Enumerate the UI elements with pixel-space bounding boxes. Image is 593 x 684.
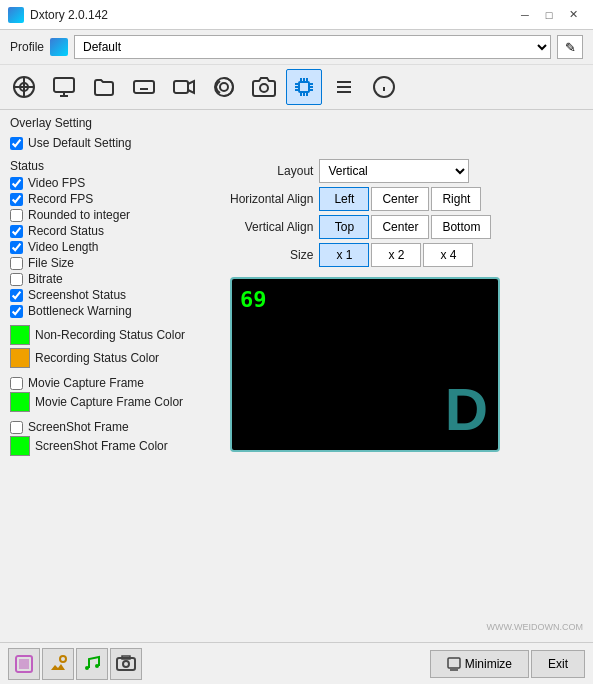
screenshot-frame-color-row: ScreenShot Frame Color xyxy=(10,436,220,456)
bottleneck-check[interactable] xyxy=(10,305,23,318)
non-recording-color-row: Non-Recording Status Color xyxy=(10,325,220,345)
record-fps-check[interactable] xyxy=(10,193,23,206)
minimize-icon xyxy=(447,657,461,671)
file-size-check[interactable] xyxy=(10,257,23,270)
file-size-row: File Size xyxy=(10,256,220,270)
edit-profile-button[interactable]: ✎ xyxy=(557,35,583,59)
left-panel: Status Video FPS Record FPS Rounded to i… xyxy=(10,159,220,458)
camera-bottom-icon[interactable] xyxy=(110,648,142,680)
right-panel: Layout Vertical Horizontal Horizontal Al… xyxy=(230,159,583,458)
rounded-check[interactable] xyxy=(10,209,23,222)
profile-icon xyxy=(50,38,68,56)
record-status-check[interactable] xyxy=(10,225,23,238)
size-x4-btn[interactable]: x 4 xyxy=(423,243,473,267)
non-recording-color-label: Non-Recording Status Color xyxy=(35,328,185,342)
svg-point-15 xyxy=(220,83,228,91)
movie-frame-color-box[interactable] xyxy=(10,392,30,412)
svg-rect-41 xyxy=(117,658,135,670)
profile-label: Profile xyxy=(10,40,44,54)
bitrate-label: Bitrate xyxy=(28,272,63,286)
capture-bottom-icon[interactable] xyxy=(42,648,74,680)
svg-rect-7 xyxy=(134,81,154,93)
v-align-bottom-btn[interactable]: Bottom xyxy=(431,215,491,239)
svg-rect-37 xyxy=(19,659,29,669)
profile-row: Profile Default ✎ xyxy=(0,30,593,65)
exit-button[interactable]: Exit xyxy=(531,650,585,678)
minimize-button-bottom[interactable]: Minimize xyxy=(430,650,529,678)
record-status-row: Record Status xyxy=(10,224,220,238)
record-status-label: Record Status xyxy=(28,224,104,238)
non-recording-color-box[interactable] xyxy=(10,325,30,345)
keyboard-icon[interactable] xyxy=(126,69,162,105)
profile-select[interactable]: Default xyxy=(74,35,551,59)
screenshot-frame-row: ScreenShot Frame xyxy=(10,420,220,434)
use-default-checkbox[interactable] xyxy=(10,137,23,150)
bitrate-row: Bitrate xyxy=(10,272,220,286)
status-section-label: Status xyxy=(10,159,220,173)
close-button[interactable]: ✕ xyxy=(561,5,585,25)
preview-watermark: D xyxy=(445,380,488,440)
screenshot-check[interactable] xyxy=(10,289,23,302)
bottleneck-row: Bottleneck Warning xyxy=(10,304,220,318)
recording-color-box[interactable] xyxy=(10,348,30,368)
watermark-letter: D xyxy=(445,376,488,443)
svg-rect-13 xyxy=(174,81,188,93)
record-fps-label: Record FPS xyxy=(28,192,93,206)
h-align-label: Horizontal Align xyxy=(230,192,313,206)
minimize-button[interactable]: ─ xyxy=(513,5,537,25)
overlay-bottom-icon[interactable] xyxy=(8,648,40,680)
video-icon[interactable] xyxy=(166,69,202,105)
screenshot-frame-check[interactable] xyxy=(10,421,23,434)
video-fps-row: Video FPS xyxy=(10,176,220,190)
h-align-right-btn[interactable]: Right xyxy=(431,187,481,211)
display-icon[interactable] xyxy=(46,69,82,105)
rounded-row: Rounded to integer xyxy=(10,208,220,222)
svg-point-38 xyxy=(60,656,66,662)
movie-color-row: Movie Capture Frame Color xyxy=(10,392,220,412)
svg-rect-4 xyxy=(54,78,74,92)
svg-rect-44 xyxy=(448,658,460,668)
v-align-top-btn[interactable]: Top xyxy=(319,215,369,239)
svg-point-39 xyxy=(85,666,89,670)
h-align-left-btn[interactable]: Left xyxy=(319,187,369,211)
video-length-check[interactable] xyxy=(10,241,23,254)
layout-control: Vertical Horizontal xyxy=(319,159,583,183)
preview-box: 69 D xyxy=(230,277,500,452)
video-fps-label: Video FPS xyxy=(28,176,85,190)
size-control: x 1 x 2 x 4 xyxy=(319,243,583,267)
overlay-icon[interactable] xyxy=(6,69,42,105)
bitrate-check[interactable] xyxy=(10,273,23,286)
restore-button[interactable]: □ xyxy=(537,5,561,25)
video-fps-check[interactable] xyxy=(10,177,23,190)
bottom-toolbar: Minimize Exit xyxy=(0,642,593,684)
screenshot-frame-label: ScreenShot Frame xyxy=(28,420,129,434)
content-area: Status Video FPS Record FPS Rounded to i… xyxy=(10,159,583,458)
size-x1-btn[interactable]: x 1 xyxy=(319,243,369,267)
toolbar xyxy=(0,65,593,110)
camera-icon[interactable] xyxy=(246,69,282,105)
music-bottom-icon[interactable] xyxy=(76,648,108,680)
audio-icon[interactable] xyxy=(206,69,242,105)
chip-icon[interactable] xyxy=(286,69,322,105)
info-icon[interactable] xyxy=(366,69,402,105)
exit-label: Exit xyxy=(548,657,568,671)
tools-icon[interactable] xyxy=(326,69,362,105)
size-label: Size xyxy=(230,248,313,262)
layout-select[interactable]: Vertical Horizontal xyxy=(319,159,469,183)
size-x2-btn[interactable]: x 2 xyxy=(371,243,421,267)
overlay-section-title: Overlay Setting xyxy=(10,116,583,130)
h-align-center-btn[interactable]: Center xyxy=(371,187,429,211)
folder-icon[interactable] xyxy=(86,69,122,105)
file-size-label: File Size xyxy=(28,256,74,270)
v-align-center-btn[interactable]: Center xyxy=(371,215,429,239)
layout-label: Layout xyxy=(230,164,313,178)
site-watermark: WWW.WEIDOWN.COM xyxy=(487,622,583,632)
bottleneck-label: Bottleneck Warning xyxy=(28,304,132,318)
screenshot-frame-color-box[interactable] xyxy=(10,436,30,456)
movie-frame-check[interactable] xyxy=(10,377,23,390)
minimize-label: Minimize xyxy=(465,657,512,671)
h-align-control: Left Center Right xyxy=(319,187,583,211)
main-content: Overlay Setting Use Default Setting Stat… xyxy=(0,110,593,644)
video-length-row: Video Length xyxy=(10,240,220,254)
video-length-label: Video Length xyxy=(28,240,99,254)
